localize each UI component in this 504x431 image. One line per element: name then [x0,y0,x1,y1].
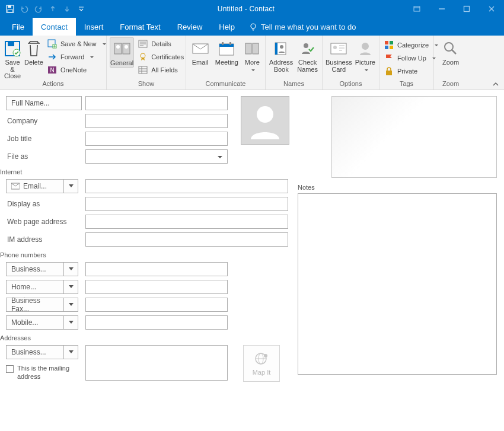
certificates-button[interactable]: Certificates [136,50,186,63]
phone1-type-button[interactable]: Business... [6,262,82,276]
check-names-button[interactable]: Check Names [296,37,319,73]
ribbon-group-actions: Save & Close Delete Save & New Forward N… [0,36,107,90]
save-icon[interactable] [4,2,17,15]
svg-rect-34 [229,42,231,45]
phone3-input[interactable] [85,298,228,312]
categorize-icon [384,40,394,50]
contact-photo[interactable] [241,96,289,145]
full-name-input[interactable] [85,96,228,110]
company-label: Company [6,117,82,125]
forward-icon [47,52,57,62]
qat-customize-icon[interactable] [75,2,88,15]
address-textarea[interactable] [85,345,228,381]
bulb-icon [249,23,257,31]
save-new-icon [47,39,57,49]
tab-file[interactable]: File [4,18,33,36]
meeting-icon [217,39,236,58]
svg-rect-26 [139,66,147,74]
svg-rect-50 [390,46,393,49]
company-input[interactable] [85,114,228,128]
phone2-type-button[interactable]: Home... [6,280,82,294]
all-fields-icon [138,65,148,75]
business-card-icon [329,39,348,58]
tab-help[interactable]: Help [210,18,243,36]
tab-insert[interactable]: Insert [76,18,112,36]
svg-point-25 [141,53,145,58]
quick-access-toolbar [0,2,88,15]
tab-format-text[interactable]: Format Text [111,18,168,36]
address-type-button[interactable]: Business... [6,345,82,359]
web-page-input[interactable] [85,215,288,229]
display-as-input[interactable] [85,197,288,211]
ribbon-group-communicate: Email Meeting More Communicate [186,36,266,90]
svg-rect-33 [222,42,224,45]
maximize-icon[interactable] [454,0,479,18]
svg-point-39 [280,45,283,49]
ribbon-group-zoom: Zoom Zoom [434,36,467,90]
map-it-button[interactable]: Map It [243,345,280,382]
file-as-label: File as [6,152,82,161]
business-card-preview[interactable] [331,96,497,178]
collapse-ribbon-icon[interactable] [492,81,499,87]
svg-rect-51 [386,71,392,75]
mailing-address-checkbox[interactable]: This is the mailing address [6,364,82,381]
undo-icon[interactable] [18,2,31,15]
more-button[interactable]: More [243,37,262,73]
minimize-alt-icon[interactable] [404,0,429,18]
save-new-button[interactable]: Save & New [46,37,108,50]
general-button[interactable]: General [110,37,134,68]
phone3-type-button[interactable]: Business Fax... [6,298,82,312]
svg-rect-2 [8,9,12,12]
save-close-icon [3,39,22,58]
more-icon [243,39,261,58]
im-label: IM address [6,235,82,244]
notes-textarea[interactable] [298,193,497,375]
zoom-button[interactable]: Zoom [437,37,464,66]
forward-button[interactable]: Forward [46,50,108,63]
svg-rect-35 [245,43,251,54]
job-title-input[interactable] [85,132,228,146]
redo-icon[interactable] [32,2,45,15]
phone2-input[interactable] [85,280,228,294]
meeting-button[interactable]: Meeting [213,37,240,66]
address-book-button[interactable]: Address Book [269,37,294,73]
full-name-button[interactable]: Full Name... [6,96,82,110]
phone1-input[interactable] [85,262,228,276]
svg-point-46 [362,43,369,50]
follow-up-button[interactable]: Follow Up [382,52,440,65]
business-card-button[interactable]: Business Card [326,37,352,73]
tab-contact[interactable]: Contact [33,18,76,36]
phone4-type-button[interactable]: Mobile... [6,315,82,330]
job-title-label: Job title [6,135,82,143]
next-icon[interactable] [60,2,74,15]
window-controls [404,0,504,18]
svg-line-53 [452,50,456,54]
svg-rect-32 [219,44,234,47]
tab-review[interactable]: Review [169,18,211,36]
details-icon [138,39,148,49]
svg-point-54 [257,106,273,123]
picture-button[interactable]: Picture [355,37,376,73]
email-type-button[interactable]: Email... [6,179,82,193]
svg-rect-47 [385,41,388,44]
im-input[interactable] [85,232,288,247]
picture-icon [356,39,375,58]
svg-rect-1 [8,5,11,8]
categorize-button[interactable]: Categorize [382,39,440,52]
save-close-button[interactable]: Save & Close [3,37,22,80]
tell-me-search[interactable]: Tell me what you want to do [243,18,362,36]
phone4-input[interactable] [85,315,228,330]
delete-button[interactable]: Delete [24,37,43,66]
onenote-button[interactable]: NOneNote [46,63,108,76]
file-as-select[interactable] [85,149,228,164]
minimize-icon[interactable] [429,0,454,18]
all-fields-button[interactable]: All Fields [136,63,186,76]
details-button[interactable]: Details [136,37,186,50]
private-button[interactable]: Private [382,65,440,78]
prev-icon[interactable] [46,2,59,15]
onenote-icon: N [47,65,57,75]
email-input[interactable] [85,179,288,193]
close-icon[interactable] [479,0,504,18]
svg-point-40 [304,43,308,48]
email-button[interactable]: Email [189,37,211,66]
